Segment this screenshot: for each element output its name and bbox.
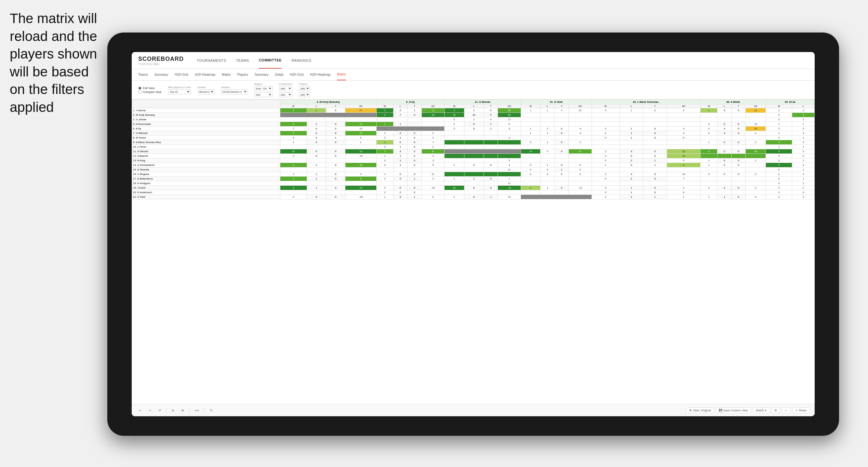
table-row: 10. L Perini 0102 11 <box>132 145 815 149</box>
col-header-mulcahy: 2. M Kelly Mulcahy <box>280 100 377 104</box>
players-select[interactable]: (All) <box>299 86 310 91</box>
table-row: 16. X Mcgaha 2103 10011 0003 24020 4000 … <box>132 172 815 177</box>
table-row: 7. O Mitchell 30018 2202 120-4 0104 0400… <box>132 131 815 135</box>
player-name: 16. X Mcgaha <box>132 172 280 177</box>
player-name: 1. J Garcia <box>132 108 280 113</box>
subnav-teams[interactable]: Teams <box>138 69 148 80</box>
save-icon: 💾 <box>719 409 722 412</box>
expand-button[interactable]: ⤢ <box>782 407 790 413</box>
gender-select[interactable]: Women's Men's <box>197 89 215 94</box>
view-original-button[interactable]: 👁 View: Original <box>686 407 714 413</box>
subnav-h2h-grid[interactable]: H2H Grid <box>175 69 188 80</box>
player-name: 15. H Stranda <box>132 167 280 172</box>
compact-view-radio[interactable]: Compact View <box>138 90 162 94</box>
watch-label: Watch <box>756 409 764 412</box>
table-row: 6. A Dy 70014 0014 120-4 0104 04024 23 <box>132 126 815 131</box>
conference-label: Conference <box>279 83 292 86</box>
sub-navigation: Teams Summary H2H Grid H2H Heatmap Matri… <box>132 69 815 81</box>
zoom-in-button[interactable]: ⊕ <box>180 408 186 413</box>
region-sub-select[interactable]: (All) <box>254 92 273 97</box>
subnav-players[interactable]: Players <box>238 69 248 80</box>
full-view-label: Full View <box>143 87 154 90</box>
top-navigation: SCOREBOARD Powered by clippd TOURNAMENTS… <box>132 52 815 69</box>
table-row: 3. S Jelinek 02017 01 <box>132 117 815 122</box>
settings-button[interactable]: ⚙ <box>771 407 780 413</box>
redo-button[interactable]: ↪ <box>147 408 153 413</box>
subnav-h2h-heatmap[interactable]: H2H Heatmap <box>195 69 215 80</box>
webb-dif: Dif <box>746 104 766 108</box>
player-name: 7. O Mitchell <box>132 131 280 135</box>
woods-t: T <box>484 104 498 108</box>
subnav-summary2[interactable]: Summary <box>255 69 269 80</box>
conference-select[interactable]: (All) <box>279 86 292 91</box>
subnav-h2h-grid2[interactable]: H2H Grid <box>290 69 303 80</box>
stoll-dif: Dif <box>569 104 592 108</box>
players-sub-select[interactable]: (All) <box>299 92 310 97</box>
region-label: Region <box>254 83 273 86</box>
nav-items: TOURNAMENTS TEAMS COMMITTEE RANKINGS <box>197 52 312 69</box>
dy-t: T <box>407 104 422 108</box>
zoom-out-button[interactable]: ⊖ <box>170 408 176 413</box>
share-label: Share <box>799 409 807 412</box>
players-filter-group: Players (All) (All) <box>299 83 310 97</box>
player-name: 3. S Jelinek <box>132 117 280 122</box>
view-icon: 👁 <box>689 409 692 412</box>
clock-button[interactable]: ⏱ <box>208 408 215 413</box>
matrix-content[interactable]: 2. M Kelly Mulcahy 6. A Dy 11. G Woods 2… <box>132 99 815 404</box>
table-row: 8. M Torres 0010 0102 3 0108 01 <box>132 135 815 140</box>
dy-l: L <box>393 104 407 108</box>
save-custom-button[interactable]: 💾 Save Custom View <box>716 407 751 413</box>
gender-group: Gender Women's Men's <box>197 86 215 94</box>
webb-w: W <box>701 104 717 108</box>
max-players-select[interactable]: Top 25 Top 50 All <box>168 89 191 94</box>
schum-dif: Dif <box>667 104 701 108</box>
reset-button[interactable]: ↺ <box>156 408 163 413</box>
nav-rankings[interactable]: RANKINGS <box>291 52 311 69</box>
subnav-matrix[interactable]: Matrix <box>222 69 230 80</box>
fit-button[interactable]: ⟺ <box>193 408 201 413</box>
subnav-summary[interactable]: Summary <box>154 69 168 80</box>
dy-w: W <box>377 104 394 108</box>
subnav-h2h-heatmap2[interactable]: H2H Heatmap <box>310 69 331 80</box>
full-view-radio[interactable]: Full View <box>138 87 162 90</box>
za-w: W <box>766 104 792 108</box>
mulcahy-t: T <box>326 104 345 108</box>
table-row: 5. A Nomrowski 310-11 11 0010 00013 11 <box>132 122 815 126</box>
table-row: 17. D Ballesteros 3106 2013 1101 0207 01 <box>132 177 815 181</box>
undo-button[interactable]: ↩ <box>137 408 144 413</box>
mulcahy-w: W <box>280 104 307 108</box>
nav-teams[interactable]: TEAMS <box>236 52 249 69</box>
table-row: 11. G Woods 100014 14011 144017 24020 40… <box>132 149 815 154</box>
watch-button[interactable]: Watch ▾ <box>753 407 770 413</box>
table-row: 13. N Klug 010-2 3 0210 1001 01 <box>132 158 815 163</box>
region-select[interactable]: East - DII West - DII <box>254 86 273 91</box>
player-name: 5. A Nomrowski <box>132 122 280 126</box>
player-name: 8. M Torres <box>132 135 280 140</box>
player-name: 20. E Andersson <box>132 190 280 195</box>
player-name: 12. A Bianchi <box>132 154 280 158</box>
subnav-matrix2[interactable]: Matrix <box>337 69 346 80</box>
col-header-webb: 38. A Webb <box>701 100 766 104</box>
stoll-t: T <box>555 104 568 108</box>
logo-subtitle: Powered by clippd <box>138 62 184 65</box>
player-name: 6. A Dy <box>132 126 280 131</box>
player-name: 14. S Srichantamit <box>132 163 280 167</box>
player-name: 19. J Karrh <box>132 186 280 190</box>
compact-view-label: Compact View <box>143 90 162 94</box>
gender-label: Gender <box>197 86 215 89</box>
woods-dif: Dif <box>498 104 521 108</box>
nav-committee[interactable]: COMMITTEE <box>259 52 282 69</box>
division-label: Division <box>221 86 248 89</box>
share-button[interactable]: ↗ Share <box>792 407 809 413</box>
conference-sub-select[interactable]: (All) <box>279 92 292 97</box>
webb-l: L <box>717 104 732 108</box>
table-row: 19. J Karrh 31019 400-20 1300-31 210-12 … <box>132 186 815 190</box>
nav-tournaments[interactable]: TOURNAMENTS <box>197 52 226 69</box>
col-header-woods: 11. G Woods <box>444 100 521 104</box>
filter-bar: Full View Compact View Max players in vi… <box>132 81 815 99</box>
subnav-detail[interactable]: Detail <box>275 69 284 80</box>
table-row: 20. E Andersson 200 0108 30 <box>132 190 815 195</box>
mulcahy-dif: Dif <box>345 104 377 108</box>
tablet-device: SCOREBOARD Powered by clippd TOURNAMENTS… <box>107 33 839 436</box>
division-select[interactable]: NCAA Division II NCAA Division I NCAA Di… <box>221 89 248 94</box>
